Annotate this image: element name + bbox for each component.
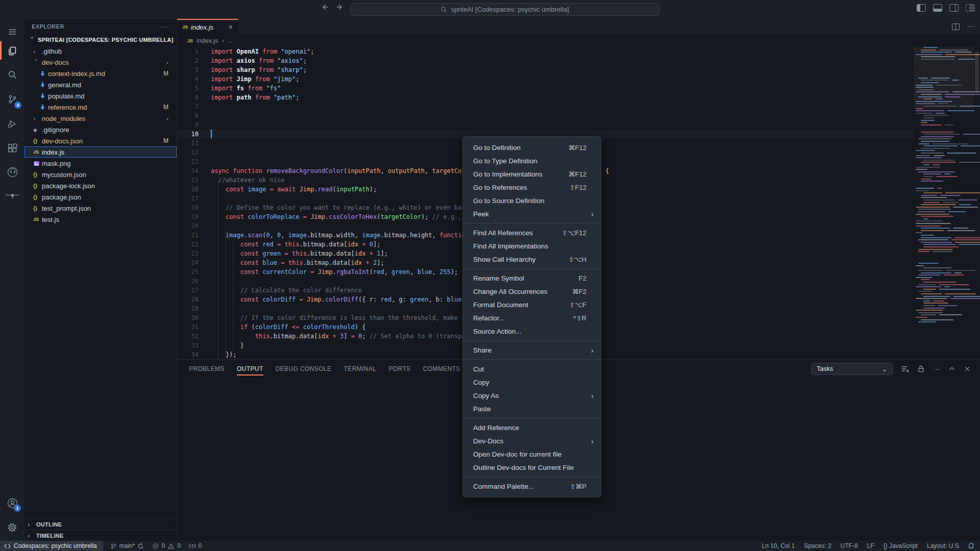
forward-arrow-icon[interactable]	[336, 3, 344, 11]
menu-item-go-to-implementations[interactable]: Go to Implementations⌘F12	[463, 167, 601, 181]
github-icon[interactable]	[0, 163, 24, 181]
tree-item--gitignore[interactable]: ◆.gitignore	[24, 124, 177, 135]
menu-item-source-action[interactable]: Source Action...	[463, 324, 601, 338]
editor-more-actions-icon[interactable]: ···	[967, 22, 975, 31]
status-utf-8[interactable]: UTF-8	[836, 541, 863, 551]
menu-item-copy[interactable]: Copy	[463, 375, 601, 389]
code-line-1[interactable]: 1import OpenAI from "openai";	[177, 47, 914, 56]
menu-item-open-dev-doc-for-current-file[interactable]: Open Dev-doc for current file	[463, 447, 601, 461]
project-root-row[interactable]: › SPRITEAI [CODESPACES: PSYCHIC UMBRELLA…	[24, 34, 177, 45]
tree-item-populate-md[interactable]: populate.md	[24, 90, 177, 102]
code-line-7[interactable]: 7	[177, 102, 914, 111]
menu-item-outline-dev-docs-for-current-file[interactable]: Outline Dev-docs for Current File	[463, 461, 601, 474]
tree-item--github[interactable]: ›.github	[24, 45, 177, 57]
split-editor-icon[interactable]	[952, 23, 960, 30]
code-line-5[interactable]: 5import fs from "fs"	[177, 84, 914, 93]
code-line-8[interactable]: 8	[177, 111, 914, 120]
panel-tab-problems[interactable]: PROBLEMS	[183, 360, 231, 378]
accounts-icon[interactable]: 1	[0, 494, 24, 512]
tree-item-package-json[interactable]: {}package.json	[24, 191, 177, 203]
panel-tab-comments[interactable]: COMMENTS	[417, 360, 467, 378]
ports-indicator[interactable]: 0	[185, 541, 206, 551]
menu-item-go-to-references[interactable]: Go to References⇧F12	[463, 181, 601, 194]
tree-item-index-js[interactable]: JSindex.js	[24, 146, 177, 158]
tree-item-package-lock-json[interactable]: {}package-lock.json	[24, 180, 177, 191]
status-ln-10-col-1[interactable]: Ln 10, Col 1	[757, 541, 799, 551]
maximize-panel-icon[interactable]	[948, 365, 955, 372]
remote-indicator[interactable]: Codespaces: psychic umbrella	[0, 541, 103, 551]
lock-icon[interactable]	[917, 365, 925, 373]
notifications-bell-icon[interactable]	[967, 542, 975, 550]
breadcrumb-file[interactable]: index.js	[197, 37, 218, 44]
code-line-9[interactable]: 9	[177, 120, 914, 130]
menu-item-rename-symbol[interactable]: Rename SymbolF2	[463, 271, 601, 285]
menu-item-refactor[interactable]: Refactor...^⇧R	[463, 311, 601, 324]
source-control-icon[interactable]: 4	[0, 90, 24, 108]
run-debug-icon[interactable]	[0, 115, 24, 133]
menu-item-dev-docs[interactable]: Dev-Docs›	[463, 434, 601, 447]
status-javascript[interactable]: {} JavaScript	[879, 541, 922, 551]
status-layout-u-s[interactable]: Layout: U.S.	[922, 541, 965, 551]
extensions-icon[interactable]	[0, 139, 24, 157]
tree-item-mycustom-json[interactable]: {}mycustom.json	[24, 169, 177, 180]
timeline-section[interactable]: › TIMELINE	[24, 530, 177, 541]
tree-item-dev-docs-json[interactable]: {}dev-docs.jsonM	[24, 135, 177, 146]
code-line-4[interactable]: 4import Jimp from "jimp";	[177, 74, 914, 84]
command-center-search[interactable]: spriteAI [Codespaces: psychic umbrella]	[350, 3, 659, 16]
panel-tab-terminal[interactable]: TERMINAL	[338, 360, 383, 378]
menu-item-go-to-definition[interactable]: Go to Definition⌘F12	[463, 141, 601, 154]
breadcrumb[interactable]: JS index.js › ...	[177, 34, 980, 47]
menu-item-find-all-implementations[interactable]: Find All Implementations	[463, 239, 601, 253]
minimap[interactable]	[914, 47, 974, 359]
code-line-3[interactable]: 3import sharp from "sharp";	[177, 65, 914, 74]
toggle-secondary-sidebar-icon[interactable]	[949, 4, 959, 12]
tree-item-general-md[interactable]: general.md	[24, 79, 177, 90]
menu-item-go-to-type-definition[interactable]: Go to Type Definition	[463, 154, 601, 167]
tree-item-context-index-js-md[interactable]: context-index.js.mdM	[24, 68, 177, 79]
vertical-scrollbar[interactable]	[975, 51, 979, 92]
panel-more-actions-icon[interactable]: ···	[933, 365, 940, 373]
clear-output-icon[interactable]	[901, 365, 909, 373]
menu-item-command-palette[interactable]: Command Palette...⇧⌘P	[463, 480, 601, 493]
menu-item-find-all-references[interactable]: Find All References⇧⌥F12	[463, 226, 601, 239]
tree-item-test-prompt-json[interactable]: {}test_prompt.json	[24, 203, 177, 214]
tree-item-mask-png[interactable]: mask.png	[24, 158, 177, 169]
toggle-primary-sidebar-icon[interactable]	[917, 4, 926, 12]
menu-item-paste[interactable]: Paste	[463, 402, 601, 415]
panel-tab-output[interactable]: OUTPUT	[231, 360, 270, 378]
customize-layout-icon[interactable]	[966, 4, 975, 12]
breadcrumb-symbol[interactable]: ...	[228, 37, 233, 44]
tasks-dropdown[interactable]: Tasks ⌄	[811, 363, 893, 375]
code-line-6[interactable]: 6import path from "path";	[177, 93, 914, 102]
code-line-2[interactable]: 2import axios from "axios";	[177, 56, 914, 65]
status-spaces-2[interactable]: Spaces: 2	[799, 541, 836, 551]
menu-item-add-reference[interactable]: Add Reference	[463, 421, 601, 434]
tree-item-test-js[interactable]: JStest.js	[24, 214, 177, 225]
menu-item-peek[interactable]: Peek›	[463, 207, 601, 220]
menu-item-copy-as[interactable]: Copy As›	[463, 389, 601, 402]
tree-item-node-modules[interactable]: ›node_modules●	[24, 113, 177, 124]
panel-tab-ports[interactable]: PORTS	[382, 360, 416, 378]
panel-tab-debug-console[interactable]: DEBUG CONSOLE	[270, 360, 338, 378]
menu-hamburger-icon[interactable]	[0, 23, 24, 40]
tree-item-reference-md[interactable]: reference.mdM	[24, 102, 177, 113]
close-icon[interactable]: ×	[229, 23, 233, 31]
menu-item-cut[interactable]: Cut	[463, 362, 601, 375]
menu-item-go-to-source-definition[interactable]: Go to Source Definition	[463, 194, 601, 207]
menu-item-change-all-occurrences[interactable]: Change All Occurrences⌘F2	[463, 285, 601, 298]
explorer-icon[interactable]	[0, 42, 24, 60]
close-panel-icon[interactable]	[964, 365, 971, 372]
menu-item-format-document[interactable]: Format Document⇧⌥F	[463, 298, 601, 311]
menu-item-share[interactable]: Share›	[463, 343, 601, 357]
back-arrow-icon[interactable]	[321, 3, 329, 11]
search-view-icon[interactable]	[0, 66, 24, 83]
menu-item-show-call-hierarchy[interactable]: Show Call Hierarchy⇧⌥H	[463, 253, 601, 266]
settings-gear-icon[interactable]	[0, 519, 24, 536]
toggle-panel-icon[interactable]	[933, 4, 942, 12]
tab-index-js[interactable]: JS index.js ×	[177, 19, 238, 34]
outline-section[interactable]: › OUTLINE	[24, 518, 177, 530]
branch-indicator[interactable]: main*	[106, 541, 149, 551]
status-lf[interactable]: LF	[863, 541, 879, 551]
explorer-more-actions-icon[interactable]: ···	[161, 22, 169, 31]
tree-item-dev-docs[interactable]: ›dev-docs●	[24, 57, 177, 68]
